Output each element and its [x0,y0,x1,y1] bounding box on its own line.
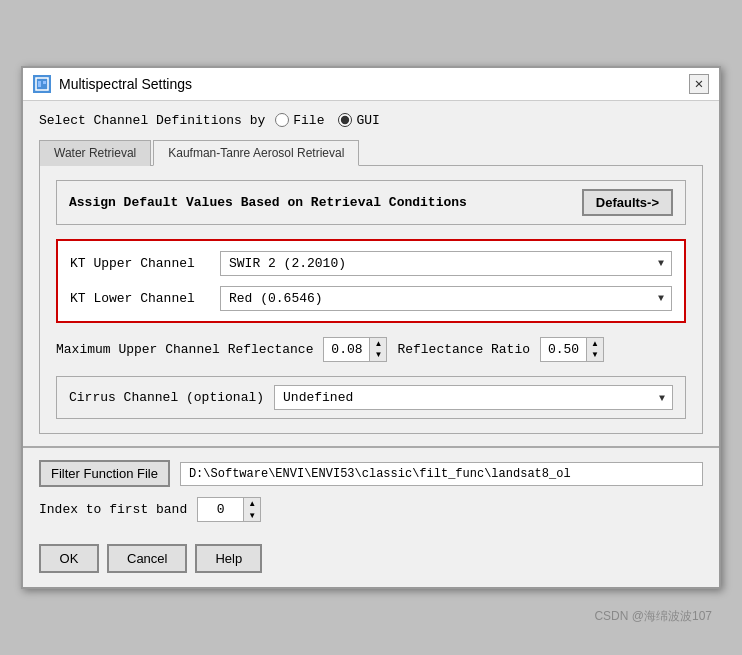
defaults-button[interactable]: Defaults-> [582,189,673,216]
max-upper-reflectance-input[interactable] [324,338,369,361]
title-bar: Multispectral Settings ✕ [23,68,719,101]
cirrus-label: Cirrus Channel (optional) [69,390,264,405]
tab-water-retrieval[interactable]: Water Retrieval [39,140,151,166]
radio-gui-label: GUI [356,113,379,128]
kt-lower-channel-select[interactable]: Red (0.6546) Green (0.5590) Blue (0.4860… [220,286,672,311]
kt-upper-channel-select-wrapper: SWIR 2 (2.2010) SWIR 1 (1.6500) NIR (0.8… [220,251,672,276]
index-up[interactable]: ▲ [244,498,260,510]
index-down[interactable]: ▼ [244,510,260,522]
cirrus-select[interactable]: Undefined [274,385,673,410]
help-button[interactable]: Help [195,544,262,573]
kt-upper-channel-label: KT Upper Channel [70,256,220,271]
window-body: Select Channel Definitions by File GUI W… [23,101,719,446]
reflectance-ratio-arrows: ▲ ▼ [586,338,603,361]
index-label: Index to first band [39,502,187,517]
radio-file-label: File [293,113,324,128]
filter-row: Filter Function File [39,460,703,487]
close-button[interactable]: ✕ [689,74,709,94]
svg-rect-0 [36,78,48,90]
kt-upper-channel-select[interactable]: SWIR 2 (2.2010) SWIR 1 (1.6500) NIR (0.8… [220,251,672,276]
index-arrows: ▲ ▼ [243,498,260,521]
kt-upper-channel-row: KT Upper Channel SWIR 2 (2.2010) SWIR 1 … [70,251,672,276]
tabs-container: Water Retrieval Kaufman-Tanre Aerosol Re… [39,140,703,166]
cancel-button[interactable]: Cancel [107,544,187,573]
radio-gui-input[interactable] [338,113,352,127]
tab-kaufman-tanre[interactable]: Kaufman-Tanre Aerosol Retrieval [153,140,359,166]
index-row: Index to first band ▲ ▼ [39,497,703,522]
radio-group: File GUI [275,113,380,128]
radio-gui[interactable]: GUI [338,113,379,128]
main-window: Multispectral Settings ✕ Select Channel … [21,66,721,589]
reflectance-ratio-label: Reflectance Ratio [397,342,530,357]
window-icon [33,75,51,93]
bottom-section: Filter Function File Index to first band… [23,446,719,534]
action-buttons: OK Cancel Help [23,534,719,587]
cirrus-select-wrapper: Undefined [274,385,673,410]
assign-defaults-label: Assign Default Values Based on Retrieval… [69,195,467,210]
ok-button[interactable]: OK [39,544,99,573]
kt-lower-channel-select-wrapper: Red (0.6546) Green (0.5590) Blue (0.4860… [220,286,672,311]
assign-defaults-row: Assign Default Values Based on Retrieval… [56,180,686,225]
cirrus-row: Cirrus Channel (optional) Undefined [56,376,686,419]
filter-path-input[interactable] [180,462,703,486]
tab-content: Assign Default Values Based on Retrieval… [39,165,703,434]
reflectance-row: Maximum Upper Channel Reflectance ▲ ▼ Re… [56,337,686,362]
kt-lower-channel-row: KT Lower Channel Red (0.6546) Green (0.5… [70,286,672,311]
window-title: Multispectral Settings [59,76,192,92]
watermark: CSDN @海绵波波107 [594,608,712,625]
select-channel-label: Select Channel Definitions by [39,113,265,128]
reflectance-ratio-spinner: ▲ ▼ [540,337,604,362]
select-channel-row: Select Channel Definitions by File GUI [39,113,703,128]
reflectance-ratio-up[interactable]: ▲ [587,338,603,350]
max-upper-reflectance-arrows: ▲ ▼ [369,338,386,361]
svg-rect-1 [38,81,41,87]
radio-file[interactable]: File [275,113,324,128]
kt-lower-channel-label: KT Lower Channel [70,291,220,306]
filter-function-button[interactable]: Filter Function File [39,460,170,487]
reflectance-ratio-input[interactable] [541,338,586,361]
reflectance-ratio-down[interactable]: ▼ [587,349,603,361]
index-input[interactable] [198,498,243,521]
channel-section: KT Upper Channel SWIR 2 (2.2010) SWIR 1 … [56,239,686,323]
index-spinner: ▲ ▼ [197,497,261,522]
max-upper-reflectance-down[interactable]: ▼ [370,349,386,361]
title-bar-left: Multispectral Settings [33,75,192,93]
max-upper-reflectance-label: Maximum Upper Channel Reflectance [56,342,313,357]
svg-rect-2 [43,81,46,84]
max-upper-reflectance-spinner: ▲ ▼ [323,337,387,362]
radio-file-input[interactable] [275,113,289,127]
max-upper-reflectance-up[interactable]: ▲ [370,338,386,350]
